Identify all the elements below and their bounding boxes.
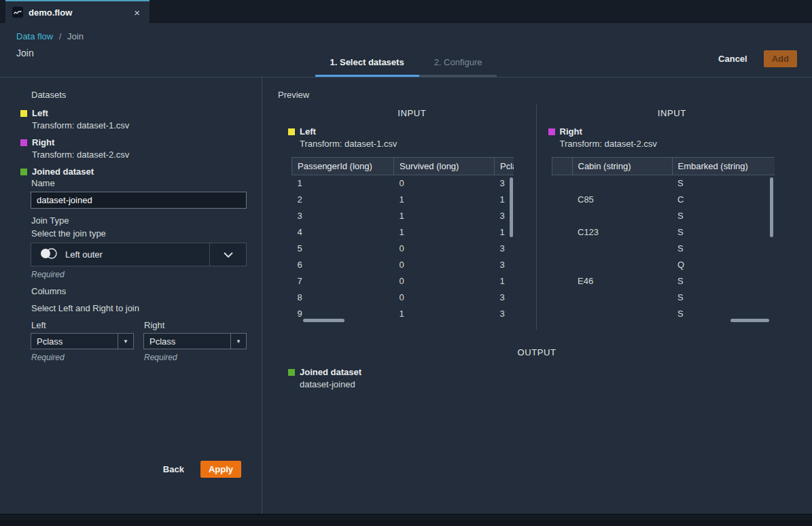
right-preview-table-container: Cabin (string)Embarked (string)SC85CSC12… [552,157,775,323]
columns-label: Columns [31,286,246,296]
vertical-scrollbar[interactable] [510,177,513,237]
table-cell: 1 [394,192,495,208]
add-button[interactable]: Add [764,50,797,67]
table-cell: 3 [495,290,514,306]
join-type-select[interactable]: Left outer [31,243,247,266]
header-actions: Cancel Add [718,50,797,67]
table-cell: 4 [292,224,394,241]
close-icon[interactable]: × [131,6,143,19]
preview-joined-dataset: Joined dataset [288,367,796,377]
table-row: C85C [552,192,775,208]
table-cell: S [672,224,775,241]
panel-actions: Back Apply [163,461,241,478]
left-preview-table-container: PassengerId (long)Survived (long)Pclass … [292,157,514,323]
right-column-select[interactable]: Pclass ▼ [143,333,247,349]
right-dataset-detail: Transform: dataset-2.csv [32,150,246,160]
join-config-panel: Datasets Left Transform: dataset-1.csv R… [0,77,262,520]
table-cell: 0 [394,273,495,290]
table-cell: 7 [292,273,394,290]
chevron-down-icon: ▼ [118,334,133,349]
table-cell: 1 [292,175,394,192]
left-column-select[interactable]: Pclass ▼ [31,333,134,349]
table-row: S [552,290,775,306]
table-cell: S [672,241,775,257]
table-row: 313 [292,208,514,224]
preview-joined-name: Joined dataset [300,367,361,377]
vertical-scrollbar[interactable] [770,177,773,237]
table-row: C123S [552,224,775,241]
apply-button[interactable]: Apply [200,461,241,478]
table-cell [552,273,572,290]
joined-dataset-name-input[interactable] [31,192,247,209]
join-type-value: Left outer [65,249,103,260]
tab-demo-flow[interactable]: demo.flow × [5,0,149,23]
table-cell: S [672,208,775,224]
step-configure[interactable]: 2. Configure [419,57,497,77]
window-bottom-strip [0,514,812,520]
table-cell: 6 [292,257,394,273]
table-row: S [552,241,775,257]
output-section-label: OUTPUT [278,347,796,357]
flow-file-icon [12,7,23,18]
left-column-required-label: Required [31,353,134,362]
table-cell: 3 [495,306,514,322]
table-cell: C [672,192,775,208]
preview-input-left: INPUT Left Transform: dataset-1.csv Pass… [278,104,537,330]
table-cell: S [672,290,775,306]
table-cell: C85 [572,192,672,208]
preview-inputs: INPUT Left Transform: dataset-1.csv Pass… [278,104,796,330]
horizontal-scrollbar[interactable] [303,319,345,322]
chevron-down-icon[interactable] [209,243,246,266]
wizard-steps: 1. Select datasets 2. Configure [0,57,812,77]
column-header: Survived (long) [394,158,495,175]
joined-dataset-swatch [20,169,27,175]
table-row: 211 [292,192,514,208]
table-cell: 0 [394,241,495,257]
left-dataset-swatch [20,110,27,117]
table-cell: 0 [394,290,495,306]
right-dataset-name: Right [32,137,54,147]
table-cell: 1 [394,208,495,224]
left-outer-join-icon [39,247,58,262]
column-header: PassengerId (long) [292,158,394,175]
table-cell [552,290,572,306]
joined-dataset-swatch [288,369,295,376]
table-cell [552,224,572,241]
preview-joined-detail: dataset-joined [300,379,796,389]
preview-right-detail: Transform: dataset-2.csv [560,139,796,149]
column-header: Embarked (string) [672,158,775,175]
step-select-datasets[interactable]: 1. Select datasets [315,57,419,77]
table-cell: 5 [292,241,394,257]
table-cell: 1 [495,273,514,290]
right-column-label: Right [144,320,247,330]
table-cell [572,290,672,306]
right-dataset-swatch [20,139,27,146]
table-row: 503 [292,241,514,257]
datasets-section-title: Datasets [31,90,246,100]
horizontal-scrollbar[interactable] [730,319,769,322]
table-cell [572,241,672,257]
table-cell [552,192,572,208]
column-header [552,158,572,175]
back-button[interactable]: Back [163,464,184,474]
joined-dataset-name: Joined dataset [32,166,94,177]
left-preview-table: PassengerId (long)Survived (long)Pclass … [292,157,514,322]
breadcrumb-data-flow[interactable]: Data flow [16,31,53,41]
table-row: 603 [292,257,514,273]
tab-title: demo.flow [29,7,72,18]
table-row: 411 [292,224,514,241]
preview-left-name: Left [300,126,316,137]
table-cell [552,241,572,257]
table-cell [552,208,572,224]
right-column-value: Pclass [144,336,230,347]
table-row: S [552,208,775,224]
table-cell: C123 [572,224,672,241]
join-type-required-label: Required [31,270,246,279]
cancel-button[interactable]: Cancel [718,54,747,64]
breadcrumb: Data flow / Join [16,31,796,41]
left-column-label: Left [31,320,134,330]
table-cell [572,208,672,224]
dataset-item-right: Right [20,137,246,147]
preview-left-dataset: Left [288,126,536,137]
tab-bar: demo.flow × [0,0,812,23]
